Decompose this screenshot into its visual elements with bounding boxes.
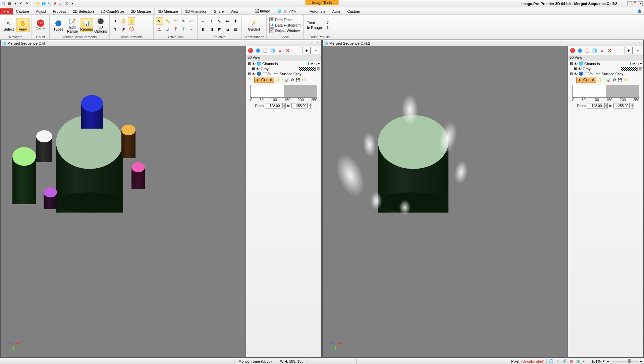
save-icon[interactable]: 💾 (618, 78, 623, 82)
tab-2d-count-size[interactable]: 2D Count/Size (97, 8, 128, 14)
gear-icon[interactable]: ⚙ (612, 78, 616, 82)
rel-6[interactable]: ◧ (200, 26, 207, 33)
visibility-icon[interactable]: 👁 (252, 72, 256, 76)
guided-button[interactable]: 🪄Guided (247, 18, 261, 32)
at-marker[interactable]: 📍 (172, 26, 179, 33)
tab-process[interactable]: Process (49, 8, 69, 14)
rel-5[interactable]: ⬍ (232, 17, 239, 25)
ranges-button[interactable]: 📊Ranges (80, 18, 93, 32)
status-fit-icon[interactable]: ▭ (582, 359, 587, 364)
3d-options-button[interactable]: ⚫3D Options (94, 16, 107, 34)
tab-3d-measure[interactable]: 3D Measure (154, 8, 182, 14)
zoom-out-icon[interactable]: − (607, 359, 609, 363)
add-node-icon[interactable]: 🔴 (248, 48, 254, 54)
select-button[interactable]: ↖Select (2, 18, 15, 32)
tab-file[interactable]: File (0, 8, 13, 14)
restore-icon[interactable]: ❐ (633, 1, 637, 6)
meas-tool-1[interactable]: ✦ (112, 17, 119, 25)
data-table-button[interactable]: ▦Data Table (269, 17, 301, 22)
tree-collapse-icon[interactable]: ⊟ (248, 72, 251, 76)
gray-swatch[interactable] (621, 67, 638, 71)
tab-share[interactable]: Share (211, 8, 227, 14)
copy-icon[interactable]: 📋 (584, 48, 590, 54)
histogram[interactable] (250, 85, 317, 98)
at-line[interactable]: 📏 (164, 17, 171, 25)
object-window-button[interactable]: 🏠Object Window (269, 28, 301, 33)
meas-tool-2[interactable]: 🔆 (120, 17, 127, 25)
rel-2[interactable]: ↕ (208, 17, 215, 25)
channels-label[interactable]: Channels (262, 62, 278, 66)
data-histogram-button[interactable]: 📊Data Histogram (269, 22, 301, 28)
rel-10[interactable]: ▦ (232, 26, 239, 33)
spin-down[interactable]: ▼ (604, 106, 608, 108)
save-icon[interactable]: 💾 (296, 78, 301, 82)
volume-surface-label[interactable]: Volume Surface Gray (266, 72, 302, 76)
qat-info-icon[interactable]: ⓘ (64, 1, 69, 6)
chart-small-icon[interactable]: 📊 (284, 78, 289, 82)
at-t[interactable]: T (180, 26, 187, 33)
channels-label[interactable]: Channels (584, 62, 600, 66)
qat-undo-icon[interactable]: ↶ (18, 1, 23, 6)
minimize-icon[interactable]: – (627, 1, 632, 6)
tab-adjust[interactable]: Adjust (33, 8, 50, 14)
help-icon[interactable]: ◉ (638, 8, 641, 13)
spin-down[interactable]: ▼ (309, 106, 312, 108)
count-button[interactable]: 123Count (34, 19, 47, 32)
cube-tool-icon[interactable]: 🧊 (270, 48, 276, 54)
zoom-slider[interactable] (611, 361, 638, 362)
qat-window-icon[interactable]: ▦ (7, 1, 12, 6)
types-button[interactable]: 🔵Types (52, 18, 65, 32)
dropdown-icon[interactable]: ▾ (640, 61, 642, 66)
status-globe-icon[interactable]: 🌐 (549, 359, 553, 364)
tree-collapse-icon[interactable]: ⊟ (248, 61, 251, 66)
meas-tool-3[interactable]: 💡 (128, 17, 135, 25)
wand-small-icon[interactable]: ✨ (597, 78, 602, 82)
rel-4[interactable]: ⬌ (224, 17, 231, 25)
rel-9[interactable]: ◪ (224, 26, 231, 33)
mesh-icon[interactable]: 🔷 (255, 48, 261, 54)
qat-redo-icon[interactable]: ↷ (24, 1, 29, 6)
gray-label[interactable]: Gray (583, 67, 591, 71)
tab-2d-measure[interactable]: 2D Measure (128, 8, 155, 14)
from-input[interactable] (587, 103, 603, 108)
status-grid-icon[interactable]: ▦ (569, 359, 574, 364)
tab-apps[interactable]: Apps (329, 8, 344, 14)
at-angle[interactable]: ∠ (156, 26, 163, 33)
status-home-icon[interactable]: ⌂ (555, 359, 560, 364)
close-doc-icon[interactable]: ✕ (315, 41, 320, 45)
tab-image[interactable]: 🖼 Image (252, 8, 274, 14)
visibility-icon[interactable]: 👁 (574, 72, 578, 76)
max-label[interactable]: Max (632, 62, 639, 66)
spin-up[interactable]: ▲ (631, 103, 634, 106)
warn-icon[interactable]: ▲ (599, 48, 605, 54)
status-tile-icon[interactable]: ▦ (576, 359, 580, 364)
gradient-icon[interactable]: ▥ (639, 66, 642, 71)
from-input[interactable] (265, 103, 281, 108)
spin-up[interactable]: ▲ (282, 103, 286, 106)
rel-7[interactable]: ◨ (208, 26, 215, 33)
rel-8[interactable]: ◩ (216, 26, 223, 33)
tab-custom[interactable]: Custom (344, 8, 363, 14)
wand-small-icon[interactable]: ✨ (275, 78, 280, 82)
maximize-doc-icon[interactable]: ❐ (311, 41, 315, 45)
expand-icon[interactable]: + (303, 47, 311, 54)
gear-icon[interactable]: ⚙ (290, 78, 294, 82)
qat-dropdown-icon[interactable]: ▾ (13, 1, 17, 6)
cube-tool-icon[interactable]: 🧊 (592, 48, 598, 54)
qat-folder-icon[interactable]: 📁 (36, 1, 40, 6)
remove-icon[interactable]: ✖ (284, 48, 290, 54)
edit-range-button[interactable]: 📝Edit Range (66, 16, 79, 34)
collapse-icon[interactable]: − (312, 47, 320, 54)
spin-up[interactable]: ▲ (604, 103, 608, 106)
visibility-icon[interactable]: 👁 (578, 67, 582, 71)
tab-view[interactable]: View (227, 8, 242, 14)
spin-down[interactable]: ▼ (631, 106, 634, 108)
mesh-icon[interactable]: 🔷 (577, 48, 583, 54)
expand-icon[interactable]: + (625, 47, 633, 54)
visibility-icon[interactable]: 👁 (252, 62, 256, 66)
at-more[interactable]: ⋯ (188, 26, 195, 33)
gray-swatch[interactable] (299, 67, 316, 71)
warn-icon[interactable]: ▲ (277, 48, 283, 54)
at-protractor[interactable]: ⊿ (164, 26, 171, 33)
tab-capture[interactable]: Capture (13, 8, 33, 14)
